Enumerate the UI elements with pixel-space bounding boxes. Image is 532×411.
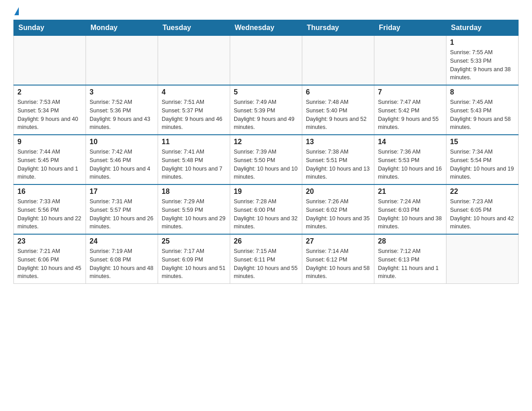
weekday-header-sunday: Sunday <box>14 20 86 36</box>
day-info: Sunrise: 7:53 AMSunset: 5:34 PMDaylight:… <box>17 98 82 132</box>
day-number: 10 <box>90 138 154 146</box>
calendar-day-cell <box>230 36 302 86</box>
calendar-day-cell: 22Sunrise: 7:23 AMSunset: 6:05 PMDayligh… <box>446 184 519 234</box>
day-info: Sunrise: 7:12 AMSunset: 6:13 PMDaylight:… <box>378 247 442 281</box>
calendar-day-cell: 4Sunrise: 7:51 AMSunset: 5:37 PMDaylight… <box>158 85 230 135</box>
day-number: 28 <box>378 237 442 245</box>
day-info: Sunrise: 7:52 AMSunset: 5:36 PMDaylight:… <box>90 98 154 132</box>
day-info: Sunrise: 7:39 AMSunset: 5:50 PMDaylight:… <box>234 148 298 181</box>
day-info: Sunrise: 7:21 AMSunset: 6:06 PMDaylight:… <box>17 247 82 281</box>
calendar-day-cell <box>158 36 230 86</box>
day-number: 18 <box>162 188 226 196</box>
calendar-day-cell <box>14 36 86 86</box>
calendar-day-cell: 24Sunrise: 7:19 AMSunset: 6:08 PMDayligh… <box>86 234 158 284</box>
calendar-day-cell: 10Sunrise: 7:42 AMSunset: 5:46 PMDayligh… <box>86 135 158 184</box>
day-info: Sunrise: 7:44 AMSunset: 5:45 PMDaylight:… <box>17 148 82 181</box>
calendar-week-row: 23Sunrise: 7:21 AMSunset: 6:06 PMDayligh… <box>14 234 519 284</box>
calendar-day-cell: 15Sunrise: 7:34 AMSunset: 5:54 PMDayligh… <box>446 135 519 184</box>
day-info: Sunrise: 7:48 AMSunset: 5:40 PMDaylight:… <box>306 98 370 132</box>
weekday-header-saturday: Saturday <box>446 20 519 36</box>
calendar-day-cell: 16Sunrise: 7:33 AMSunset: 5:56 PMDayligh… <box>14 184 86 234</box>
day-number: 6 <box>306 88 370 96</box>
calendar-week-row: 1Sunrise: 7:55 AMSunset: 5:33 PMDaylight… <box>14 36 519 86</box>
day-info: Sunrise: 7:31 AMSunset: 5:57 PMDaylight:… <box>90 197 154 231</box>
calendar-table: SundayMondayTuesdayWednesdayThursdayFrid… <box>13 20 519 284</box>
calendar-day-cell: 6Sunrise: 7:48 AMSunset: 5:40 PMDaylight… <box>302 85 374 135</box>
day-info: Sunrise: 7:19 AMSunset: 6:08 PMDaylight:… <box>90 247 154 281</box>
calendar-day-cell <box>302 36 374 86</box>
day-info: Sunrise: 7:51 AMSunset: 5:37 PMDaylight:… <box>162 98 226 132</box>
day-info: Sunrise: 7:14 AMSunset: 6:12 PMDaylight:… <box>306 247 370 281</box>
day-number: 4 <box>162 88 226 96</box>
day-number: 24 <box>90 237 154 245</box>
day-number: 23 <box>17 237 82 245</box>
calendar-day-cell: 27Sunrise: 7:14 AMSunset: 6:12 PMDayligh… <box>302 234 374 284</box>
day-number: 26 <box>234 237 298 245</box>
day-info: Sunrise: 7:23 AMSunset: 6:05 PMDaylight:… <box>450 197 515 231</box>
day-number: 1 <box>450 39 515 47</box>
day-number: 2 <box>17 88 82 96</box>
day-number: 13 <box>306 138 370 146</box>
day-info: Sunrise: 7:29 AMSunset: 5:59 PMDaylight:… <box>162 197 226 231</box>
day-info: Sunrise: 7:26 AMSunset: 6:02 PMDaylight:… <box>306 197 370 231</box>
day-number: 15 <box>450 138 515 146</box>
calendar-day-cell: 9Sunrise: 7:44 AMSunset: 5:45 PMDaylight… <box>14 135 86 184</box>
weekday-header-thursday: Thursday <box>302 20 374 36</box>
day-info: Sunrise: 7:49 AMSunset: 5:39 PMDaylight:… <box>234 98 298 132</box>
calendar-day-cell: 8Sunrise: 7:45 AMSunset: 5:43 PMDaylight… <box>446 85 519 135</box>
calendar-day-cell: 7Sunrise: 7:47 AMSunset: 5:42 PMDaylight… <box>374 85 446 135</box>
calendar-day-cell: 19Sunrise: 7:28 AMSunset: 6:00 PMDayligh… <box>230 184 302 234</box>
day-number: 9 <box>17 138 82 146</box>
day-number: 14 <box>378 138 442 146</box>
day-number: 3 <box>90 88 154 96</box>
weekday-header-wednesday: Wednesday <box>230 20 302 36</box>
calendar-day-cell <box>86 36 158 86</box>
calendar-body: 1Sunrise: 7:55 AMSunset: 5:33 PMDaylight… <box>14 36 519 284</box>
day-number: 12 <box>234 138 298 146</box>
calendar-week-row: 16Sunrise: 7:33 AMSunset: 5:56 PMDayligh… <box>14 184 519 234</box>
calendar-week-row: 2Sunrise: 7:53 AMSunset: 5:34 PMDaylight… <box>14 85 519 135</box>
calendar-day-cell <box>374 36 446 86</box>
day-number: 17 <box>90 188 154 196</box>
day-number: 25 <box>162 237 226 245</box>
calendar-day-cell: 14Sunrise: 7:36 AMSunset: 5:53 PMDayligh… <box>374 135 446 184</box>
calendar-day-cell: 25Sunrise: 7:17 AMSunset: 6:09 PMDayligh… <box>158 234 230 284</box>
logo <box>13 9 19 15</box>
calendar-day-cell: 23Sunrise: 7:21 AMSunset: 6:06 PMDayligh… <box>14 234 86 284</box>
weekday-header-monday: Monday <box>86 20 158 36</box>
calendar-day-cell: 13Sunrise: 7:38 AMSunset: 5:51 PMDayligh… <box>302 135 374 184</box>
calendar-day-cell: 2Sunrise: 7:53 AMSunset: 5:34 PMDaylight… <box>14 85 86 135</box>
calendar-day-cell: 21Sunrise: 7:24 AMSunset: 6:03 PMDayligh… <box>374 184 446 234</box>
calendar-week-row: 9Sunrise: 7:44 AMSunset: 5:45 PMDaylight… <box>14 135 519 184</box>
day-info: Sunrise: 7:36 AMSunset: 5:53 PMDaylight:… <box>378 148 442 181</box>
day-info: Sunrise: 7:45 AMSunset: 5:43 PMDaylight:… <box>450 98 515 132</box>
weekday-header-friday: Friday <box>374 20 446 36</box>
calendar-day-cell: 12Sunrise: 7:39 AMSunset: 5:50 PMDayligh… <box>230 135 302 184</box>
day-number: 19 <box>234 188 298 196</box>
day-number: 11 <box>162 138 226 146</box>
day-info: Sunrise: 7:42 AMSunset: 5:46 PMDaylight:… <box>90 148 154 181</box>
calendar-day-cell: 28Sunrise: 7:12 AMSunset: 6:13 PMDayligh… <box>374 234 446 284</box>
day-info: Sunrise: 7:34 AMSunset: 5:54 PMDaylight:… <box>450 148 515 181</box>
calendar-day-cell: 3Sunrise: 7:52 AMSunset: 5:36 PMDaylight… <box>86 85 158 135</box>
calendar-day-cell: 26Sunrise: 7:15 AMSunset: 6:11 PMDayligh… <box>230 234 302 284</box>
day-info: Sunrise: 7:55 AMSunset: 5:33 PMDaylight:… <box>450 48 515 82</box>
day-info: Sunrise: 7:47 AMSunset: 5:42 PMDaylight:… <box>378 98 442 132</box>
day-number: 27 <box>306 237 370 245</box>
day-info: Sunrise: 7:41 AMSunset: 5:48 PMDaylight:… <box>162 148 226 181</box>
calendar-header: SundayMondayTuesdayWednesdayThursdayFrid… <box>14 20 519 36</box>
day-info: Sunrise: 7:17 AMSunset: 6:09 PMDaylight:… <box>162 247 226 281</box>
day-number: 7 <box>378 88 442 96</box>
logo-triangle-icon <box>14 7 19 15</box>
day-info: Sunrise: 7:24 AMSunset: 6:03 PMDaylight:… <box>378 197 442 231</box>
calendar-day-cell: 17Sunrise: 7:31 AMSunset: 5:57 PMDayligh… <box>86 184 158 234</box>
calendar-day-cell: 1Sunrise: 7:55 AMSunset: 5:33 PMDaylight… <box>446 36 519 86</box>
calendar-day-cell: 11Sunrise: 7:41 AMSunset: 5:48 PMDayligh… <box>158 135 230 184</box>
day-number: 21 <box>378 188 442 196</box>
day-number: 22 <box>450 188 515 196</box>
calendar-day-cell: 20Sunrise: 7:26 AMSunset: 6:02 PMDayligh… <box>302 184 374 234</box>
calendar-day-cell: 18Sunrise: 7:29 AMSunset: 5:59 PMDayligh… <box>158 184 230 234</box>
day-number: 5 <box>234 88 298 96</box>
weekday-header-tuesday: Tuesday <box>158 20 230 36</box>
day-number: 8 <box>450 88 515 96</box>
